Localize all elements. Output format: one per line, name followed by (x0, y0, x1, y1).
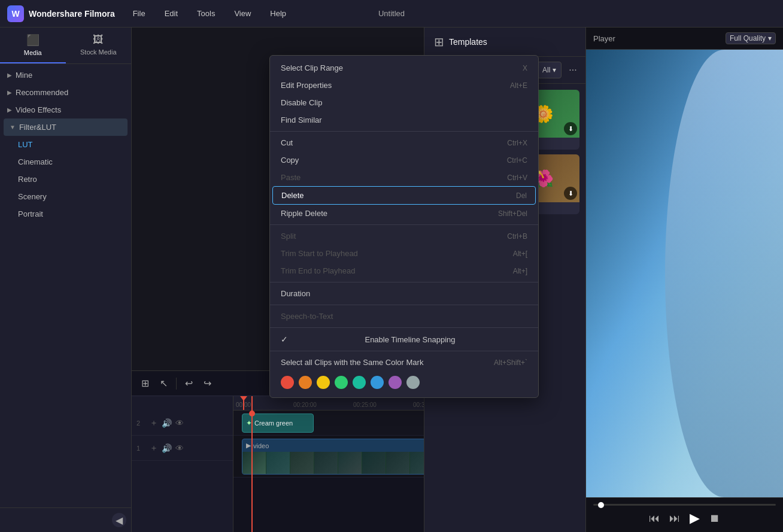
quality-label: Full Quality (730, 34, 766, 42)
sidebar-item-cinematic[interactable]: Cinematic (0, 153, 131, 171)
recommended-label: Recommended (16, 88, 68, 97)
ctx-trim-start-shortcut: Alt+[ (513, 250, 527, 258)
progress-indicator (598, 502, 604, 508)
video-clip-label: video (253, 442, 269, 449)
retro-label: Retro (18, 175, 37, 184)
menu-tools[interactable]: Tools (193, 7, 218, 20)
templates-header: ⊞ Templates (424, 28, 585, 57)
add-track-icon-1[interactable]: ＋ (150, 443, 158, 454)
swatch-blue[interactable] (371, 376, 384, 389)
ctx-paste[interactable]: Paste Ctrl+V (270, 169, 538, 186)
collapse-panel-button[interactable]: ◀ (112, 513, 126, 527)
ctx-split[interactable]: Split Ctrl+B (270, 227, 538, 245)
menu-help[interactable]: Help (266, 7, 290, 20)
redo-button[interactable]: ↪ (201, 375, 214, 391)
swatch-purple[interactable] (389, 376, 402, 389)
sidebar-item-retro[interactable]: Retro (0, 171, 131, 188)
ctx-enable-snapping[interactable]: ✓ Enable Timeline Snapping (270, 330, 538, 348)
video-frame-8 (410, 452, 424, 475)
player-background (586, 50, 783, 497)
prev-frame-button[interactable]: ⏮ (649, 512, 660, 525)
ctx-cut[interactable]: Cut Ctrl+X (270, 134, 538, 151)
ctx-speech-to-text-label: Speech-to-Text (281, 312, 333, 321)
templates-more-button[interactable]: ··· (566, 62, 579, 78)
download-overlay-movie13: ⬇ (564, 187, 577, 200)
sidebar-item-portrait[interactable]: Portrait (0, 205, 131, 223)
ctx-edit-properties[interactable]: Edit Properties Alt+E (270, 77, 538, 94)
ctx-ripple-delete-label: Ripple Delete (281, 209, 327, 218)
swatch-teal[interactable] (353, 376, 366, 389)
ctx-trim-start-label: Trim Start to Playhead (281, 249, 358, 258)
swatch-gray[interactable] (406, 376, 420, 389)
sidebar-item-video-effects[interactable]: ▶ Video Effects (0, 101, 131, 118)
ctx-select-clip-range[interactable]: Select Clip Range X (270, 59, 538, 77)
grid-view-button[interactable]: ⊞ (139, 375, 151, 391)
playhead-top (243, 396, 244, 410)
ctx-select-same-color[interactable]: Select all Clips with the Same Color Mar… (270, 354, 538, 371)
ctx-enable-snapping-label: Enable Timeline Snapping (365, 335, 455, 344)
swatch-orange[interactable] (299, 376, 312, 389)
speaker-icon-1[interactable]: 🔊 (162, 443, 172, 453)
download-button-quiet[interactable]: ⬇ (564, 122, 577, 135)
ruler-mark-1: 00:20:00 (293, 402, 317, 408)
cinematic-label: Cinematic (18, 157, 53, 166)
ctx-disable-clip[interactable]: Disable Clip (270, 94, 538, 111)
ctx-find-similar[interactable]: Find Similar (270, 111, 538, 129)
ruler-mark-2: 00:25:00 (353, 402, 377, 408)
timeline-ruler-area: 00:00 00:20:00 00:25:00 00:30:00 00:35:0… (233, 396, 424, 532)
swatch-yellow[interactable] (317, 376, 330, 389)
sidebar-item-recommended[interactable]: ▶ Recommended (0, 84, 131, 101)
player-header: Player Full Quality ▾ (586, 28, 783, 50)
video-frames-row (242, 452, 424, 475)
ctx-delete[interactable]: Delete Del (272, 186, 536, 205)
track-controls: 2 ＋ 🔊 👁 1 ＋ 🔊 👁 (132, 396, 233, 532)
menu-edit[interactable]: Edit (161, 7, 181, 20)
add-track-icon[interactable]: ＋ (150, 418, 158, 428)
sidebar-item-mine[interactable]: ▶ Mine (0, 66, 131, 84)
track-lane-2: ✦ Cream green (233, 411, 424, 436)
track-lane-1: ▶ video (233, 436, 424, 478)
play-slow-button[interactable]: ⏭ (669, 512, 680, 525)
undo-button[interactable]: ↩ (183, 375, 195, 391)
track-control-2: 2 ＋ 🔊 👁 (132, 411, 233, 436)
timeline-content: 2 ＋ 🔊 👁 1 ＋ 🔊 👁 (132, 396, 424, 532)
left-panel: ⬛ Media 🖼 Stock Media ▶ Mine ▶ Recommend… (0, 28, 132, 532)
quality-dropdown[interactable]: Full Quality ▾ (726, 32, 776, 44)
preview-subject (665, 50, 783, 497)
eye-icon[interactable]: 👁 (175, 418, 184, 428)
color-swatches-row (270, 371, 538, 394)
ctx-copy[interactable]: Copy Ctrl+C (270, 151, 538, 169)
video-clip-main[interactable]: ▶ video (242, 439, 424, 475)
ctx-paste-shortcut: Ctrl+V (507, 174, 527, 182)
sidebar-item-filter-lut[interactable]: ▼ Filter&LUT (4, 118, 128, 136)
tab-media[interactable]: ⬛ Media (0, 28, 66, 63)
eye-icon-1[interactable]: 👁 (175, 443, 184, 453)
ctx-ripple-delete[interactable]: Ripple Delete Shift+Del (270, 205, 538, 222)
swatch-green[interactable] (335, 376, 348, 389)
effect-clip-cream-green[interactable]: ✦ Cream green (242, 414, 314, 433)
tab-stock-media[interactable]: 🖼 Stock Media (66, 28, 132, 63)
ctx-duration-label: Duration (281, 289, 310, 298)
download-button-movie13[interactable]: ⬇ (564, 187, 577, 200)
arrow-tool-button[interactable]: ↖ (157, 375, 170, 391)
ctx-divider-1 (270, 131, 538, 132)
ctx-trim-end[interactable]: Trim End to Playhead Alt+] (270, 262, 538, 279)
logo-icon: W (7, 5, 24, 22)
stop-button[interactable]: ⏹ (709, 512, 720, 525)
progress-bar[interactable] (593, 504, 776, 506)
sidebar-item-scenery[interactable]: Scenery (0, 188, 131, 205)
ctx-duration[interactable]: Duration (270, 285, 538, 302)
sidebar-item-lut[interactable]: LUT (0, 136, 131, 153)
player-panel: Player Full Quality ▾ ⏮ ⏭ ▶ (585, 28, 783, 532)
ctx-delete-shortcut: Del (516, 191, 527, 200)
menu-file[interactable]: File (129, 7, 149, 20)
ctx-speech-to-text[interactable]: Speech-to-Text (270, 308, 538, 325)
chevron-down-icon: ▼ (10, 124, 16, 130)
playhead-arrow (240, 396, 247, 401)
menu-view[interactable]: View (230, 7, 254, 20)
ctx-trim-start[interactable]: Trim Start to Playhead Alt+[ (270, 245, 538, 262)
play-button[interactable]: ▶ (690, 510, 700, 526)
speaker-icon[interactable]: 🔊 (162, 418, 172, 428)
templates-filter-dropdown[interactable]: All ▾ (537, 62, 562, 78)
swatch-red[interactable] (281, 376, 294, 389)
